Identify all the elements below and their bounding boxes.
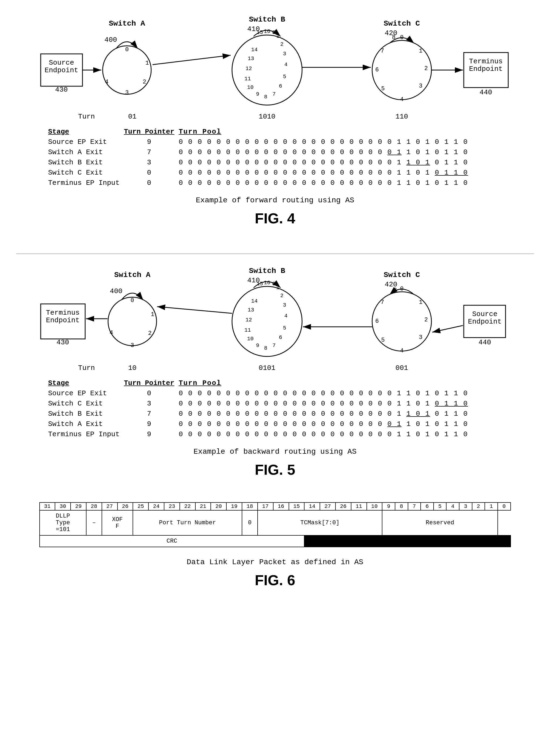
svg-text:13: 13 — [247, 307, 254, 313]
svg-text:2: 2 — [143, 79, 146, 85]
crc-cell: CRC — [40, 535, 305, 547]
svg-text:6: 6 — [375, 318, 379, 325]
svg-text:6: 6 — [279, 334, 282, 341]
tcmask-cell: TCMask[7:0] — [258, 510, 382, 535]
fig6-section: 31 30 29 28 27 26 25 24 23 22 21 20 19 1… — [16, 497, 534, 597]
zero-cell: 0 — [242, 510, 258, 535]
svg-text:16: 16 — [264, 28, 270, 34]
table-row: Switch A Exit 7 0 0 0 0 0 0 0 0 0 0 0 0 … — [46, 147, 504, 157]
svg-text:110: 110 — [395, 113, 408, 121]
svg-text:1010: 1010 — [258, 113, 275, 121]
svg-text:3: 3 — [130, 342, 134, 349]
section-divider — [16, 254, 534, 254]
svg-text:4: 4 — [400, 348, 403, 354]
table-row: Terminus EP Input 0 0 0 0 0 0 0 0 0 0 0 … — [46, 178, 504, 188]
svg-text:4: 4 — [400, 96, 403, 103]
svg-text:13: 13 — [247, 56, 254, 62]
svg-text:7: 7 — [380, 48, 384, 54]
fig5-caption: Example of backward routing using AS — [193, 448, 357, 456]
svg-text:6: 6 — [375, 67, 379, 73]
black-cell — [304, 535, 510, 547]
svg-text:4: 4 — [109, 330, 113, 336]
reserved-cell: Reserved — [382, 510, 497, 535]
svg-text:1: 1 — [419, 48, 422, 54]
xoff-cell: XOFF — [102, 510, 133, 535]
fig5-section: Terminus Endpoint 430 Switch A 400 0 1 2… — [16, 262, 534, 486]
svg-text:5: 5 — [381, 337, 385, 344]
svg-text:5: 5 — [283, 74, 286, 80]
svg-text:1: 1 — [151, 311, 154, 318]
header-pool: Turn Pool — [177, 378, 504, 388]
svg-text:10: 10 — [247, 84, 253, 91]
svg-text:440: 440 — [479, 88, 492, 96]
fig6-label: FIG. 6 — [255, 572, 295, 588]
table-row: Source EP Exit 0 0 0 0 0 0 0 0 0 0 0 0 0… — [46, 388, 504, 398]
svg-text:Switch C: Switch C — [383, 19, 420, 28]
svg-text:4: 4 — [284, 313, 287, 319]
svg-text:Endpoint: Endpoint — [469, 65, 503, 73]
svg-text:Terminus: Terminus — [469, 57, 503, 65]
svg-text:3: 3 — [419, 83, 422, 89]
header-ptr: Turn Pointer — [122, 127, 177, 137]
svg-text:6: 6 — [279, 83, 282, 89]
svg-text:3: 3 — [283, 302, 286, 308]
crc-row: CRC — [40, 535, 511, 547]
fig6-packet-table: 31 30 29 28 27 26 25 24 23 22 21 20 19 1… — [39, 502, 511, 547]
svg-text:Terminus: Terminus — [46, 309, 79, 317]
svg-text:Source: Source — [472, 310, 497, 318]
svg-text:2: 2 — [424, 65, 428, 72]
table-row: Switch A Exit 9 0 0 0 0 0 0 0 0 0 0 0 0 … — [46, 419, 504, 429]
header-stage: Stage — [46, 378, 122, 388]
fig4-table: Stage Turn Pointer Turn Pool Source EP E… — [46, 127, 504, 188]
svg-text:2: 2 — [424, 317, 428, 323]
table-row: Switch B Exit 3 0 0 0 0 0 0 0 0 0 0 0 0 … — [46, 157, 504, 168]
svg-text:12: 12 — [245, 65, 252, 72]
svg-text:7: 7 — [272, 342, 275, 349]
svg-line-110 — [432, 325, 463, 332]
fig5-diagram: Terminus Endpoint 430 Switch A 400 0 1 2… — [33, 262, 518, 375]
svg-text:8: 8 — [264, 345, 267, 351]
svg-text:Switch B: Switch B — [249, 15, 285, 24]
svg-text:430: 430 — [56, 338, 69, 346]
fig5-table: Stage Turn Pointer Turn Pool Source EP E… — [46, 378, 504, 439]
table-row: Switch C Exit 3 0 0 0 0 0 0 0 0 0 0 0 0 … — [46, 398, 504, 409]
svg-text:16: 16 — [264, 280, 270, 286]
svg-text:Source: Source — [49, 59, 74, 67]
fig4-caption: Example of forward routing using AS — [196, 196, 354, 204]
svg-text:0101: 0101 — [258, 364, 275, 372]
svg-text:Endpoint: Endpoint — [46, 316, 79, 324]
header-ptr: Turn Pointer — [122, 378, 177, 388]
svg-text:10: 10 — [128, 364, 136, 372]
svg-line-92 — [157, 307, 232, 313]
svg-text:10: 10 — [247, 336, 253, 342]
svg-text:11: 11 — [244, 327, 251, 333]
fig4-section: Source Endpoint 430 Switch A 400 0 1 2 3… — [16, 11, 534, 235]
table-row: Switch B Exit 7 0 0 0 0 0 0 0 0 0 0 0 0 … — [46, 409, 504, 419]
svg-text:14: 14 — [251, 47, 257, 53]
svg-text:7: 7 — [272, 91, 275, 97]
page: Source Endpoint 430 Switch A 400 0 1 2 3… — [16, 11, 534, 607]
fig5-label: FIG. 5 — [255, 461, 295, 478]
svg-text:0: 0 — [125, 46, 129, 53]
svg-text:4: 4 — [284, 61, 287, 68]
packet-content-row: DLLPType=101 – XOFF Port Turn Number 0 T… — [40, 510, 511, 535]
dllp-type-cell: DLLPType=101 — [40, 510, 86, 535]
svg-text:Switch A: Switch A — [114, 271, 150, 279]
svg-text:Turn: Turn — [78, 113, 95, 121]
svg-text:440: 440 — [478, 338, 491, 346]
svg-text:11: 11 — [244, 76, 251, 82]
table-row: Source EP Exit 9 0 0 0 0 0 0 0 0 0 0 0 0… — [46, 137, 504, 147]
svg-text:400: 400 — [104, 36, 117, 44]
svg-text:8: 8 — [264, 94, 267, 100]
svg-text:Switch B: Switch B — [249, 267, 285, 275]
svg-text:5: 5 — [283, 325, 286, 331]
table-row: Terminus EP Input 9 0 0 0 0 0 0 0 0 0 0 … — [46, 429, 504, 439]
svg-line-33 — [153, 55, 231, 65]
svg-text:430: 430 — [55, 86, 68, 94]
svg-text:5: 5 — [381, 85, 385, 92]
svg-text:12: 12 — [245, 317, 252, 323]
svg-text:14: 14 — [251, 298, 257, 304]
header-stage: Stage — [46, 127, 122, 137]
svg-text:4: 4 — [105, 79, 108, 85]
svg-text:001: 001 — [395, 364, 408, 372]
